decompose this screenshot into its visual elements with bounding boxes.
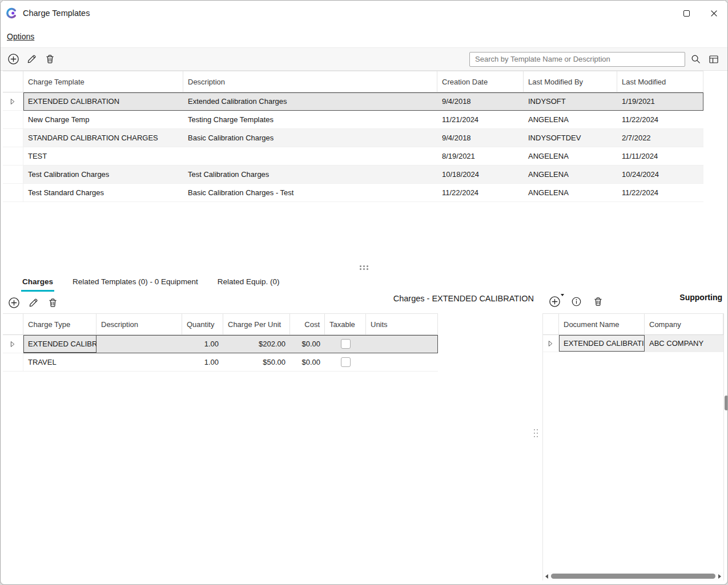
tab-charges[interactable]: Charges — [21, 273, 54, 292]
info-icon — [571, 296, 582, 307]
row-indicator — [3, 166, 23, 184]
scrollbar-thumb[interactable] — [551, 574, 715, 579]
column-header-last-modified[interactable]: Last Modified — [617, 71, 703, 92]
add-icon — [549, 296, 561, 308]
cell-charge-template: EXTENDED CALIBRATION — [23, 92, 183, 110]
column-header-creation-date[interactable]: Creation Date — [437, 71, 524, 92]
charges-data-area: Charge Type Description Quantity Charge … — [23, 313, 438, 372]
column-header-document-name[interactable]: Document Name — [559, 314, 645, 334]
main-toolbar — [1, 47, 727, 71]
cell-description: Basic Calibration Charges - Test — [183, 184, 437, 201]
column-header-taxable[interactable]: Taxable — [325, 314, 366, 334]
cell-description: Basic Calibration Charges — [183, 129, 437, 147]
template-row[interactable]: STANDARD CALIBRATION CHARGES Basic Calib… — [23, 129, 703, 147]
search-input[interactable] — [469, 52, 685, 67]
supporting-documents-grid: Document Name Company EXTENDED CALIBRATI… — [543, 313, 723, 352]
row-indicator-rail — [543, 313, 559, 352]
window-controls — [673, 1, 727, 26]
titlebar: Charge Templates — [1, 1, 727, 26]
cell-creation-date: 9/4/2018 — [437, 92, 524, 110]
edit-pencil-icon — [28, 297, 39, 308]
column-header-units[interactable]: Units — [366, 314, 438, 334]
delete-document-button[interactable] — [590, 293, 606, 309]
cell-description — [96, 353, 182, 371]
documents-data-area: Document Name Company EXTENDED CALIBRATI… — [559, 313, 723, 352]
trash-icon — [593, 296, 604, 307]
edit-charge-button[interactable] — [25, 294, 41, 310]
delete-charge-button[interactable] — [45, 294, 61, 310]
template-row[interactable]: Test Standard Charges Basic Calibration … — [23, 184, 703, 202]
cell-charge-type: TRAVEL — [23, 353, 96, 371]
horizontal-scrollbar — [543, 572, 723, 580]
menu-options[interactable]: Options — [7, 32, 34, 41]
vertical-scrollbar-thumb[interactable] — [725, 396, 728, 410]
splitter-grip-icon — [360, 265, 369, 271]
cell-last-modified: 11/22/2024 — [617, 184, 703, 201]
row-indicator — [543, 335, 559, 352]
cell-company: ABC COMPANY — [645, 335, 723, 352]
row-indicator-arrow-icon — [548, 340, 553, 347]
scrollbar-track[interactable] — [550, 572, 716, 580]
row-indicator — [3, 353, 23, 372]
cell-taxable — [325, 335, 366, 353]
column-header-last-modified-by[interactable]: Last Modified By — [524, 71, 617, 92]
cell-last-modified-by: INDYSOFT — [524, 92, 617, 110]
cell-last-modified-by: ANGELENA — [524, 147, 617, 165]
charge-row[interactable]: TRAVEL 1.00 $50.00 $0.00 — [23, 353, 438, 372]
cell-creation-date: 8/19/2021 — [437, 147, 524, 165]
document-info-button[interactable] — [568, 293, 584, 309]
template-row[interactable]: New Charge Temp Testing Charge Templates… — [23, 111, 703, 129]
edit-template-button[interactable] — [23, 51, 39, 67]
taxable-checkbox[interactable] — [341, 357, 351, 367]
dropdown-caret-icon — [561, 294, 564, 296]
scroll-right-icon — [718, 574, 721, 579]
trash-icon — [47, 297, 58, 308]
templates-grid-header: Charge Template Description Creation Dat… — [23, 71, 703, 92]
delete-template-button[interactable] — [42, 51, 58, 67]
charge-row[interactable]: EXTENDED CALIBR 1.00 $202.00 $0.00 — [23, 335, 438, 353]
scroll-left-button[interactable] — [543, 572, 550, 580]
add-document-button[interactable] — [546, 293, 562, 309]
column-header-charge-type[interactable]: Charge Type — [23, 314, 96, 334]
panel-divider — [723, 313, 724, 580]
taxable-checkbox[interactable] — [341, 339, 351, 349]
close-button[interactable] — [700, 1, 727, 26]
horizontal-splitter[interactable] — [1, 263, 727, 272]
tab-related-equip[interactable]: Related Equip. (0) — [216, 273, 281, 292]
cell-charge-template: TEST — [23, 147, 183, 165]
cell-description — [183, 147, 437, 165]
row-indicator-arrow-icon — [10, 98, 15, 105]
add-icon — [8, 297, 20, 309]
cell-description: Extended Calibration Charges — [183, 92, 437, 110]
cell-taxable — [325, 353, 366, 371]
scroll-right-button[interactable] — [716, 572, 723, 580]
document-row[interactable]: EXTENDED CALIBRATI ABC COMPANY — [559, 335, 723, 352]
column-header-description[interactable]: Description — [96, 314, 182, 334]
template-row[interactable]: EXTENDED CALIBRATION Extended Calibratio… — [23, 92, 703, 111]
detail-tabs: Charges Related Templates (0) - 0 Equipm… — [1, 273, 280, 292]
cell-charge-template: Test Standard Charges — [23, 184, 183, 201]
column-header-charge-per-unit[interactable]: Charge Per Unit — [223, 314, 290, 334]
cell-charge-template: STANDARD CALIBRATION CHARGES — [23, 129, 183, 147]
add-template-button[interactable] — [5, 51, 21, 67]
vertical-splitter[interactable] — [533, 429, 538, 438]
row-indicator — [3, 184, 23, 202]
search-button[interactable] — [687, 51, 703, 67]
cell-quantity: 1.00 — [182, 335, 223, 353]
add-charge-button[interactable] — [6, 294, 22, 310]
column-header-company[interactable]: Company — [645, 314, 723, 334]
row-indicator-rail — [3, 71, 23, 202]
column-header-cost[interactable]: Cost — [290, 314, 325, 334]
charges-toolbar — [1, 292, 61, 313]
column-header-charge-template[interactable]: Charge Template — [23, 71, 183, 92]
maximize-button[interactable] — [673, 1, 700, 26]
template-row[interactable]: Test Calibration Charges Test Calibratio… — [23, 166, 703, 184]
templates-data-area: Charge Template Description Creation Dat… — [23, 71, 703, 202]
layout-options-button[interactable] — [706, 51, 722, 67]
column-header-description[interactable]: Description — [183, 71, 437, 92]
menu-bar: Options — [1, 26, 727, 47]
template-row[interactable]: TEST 8/19/2021 ANGELENA 11/11/2024 — [23, 147, 703, 166]
tab-related-templates[interactable]: Related Templates (0) - 0 Equipment — [71, 273, 199, 292]
column-header-quantity[interactable]: Quantity — [182, 314, 223, 334]
supporting-toolbar — [546, 292, 606, 310]
